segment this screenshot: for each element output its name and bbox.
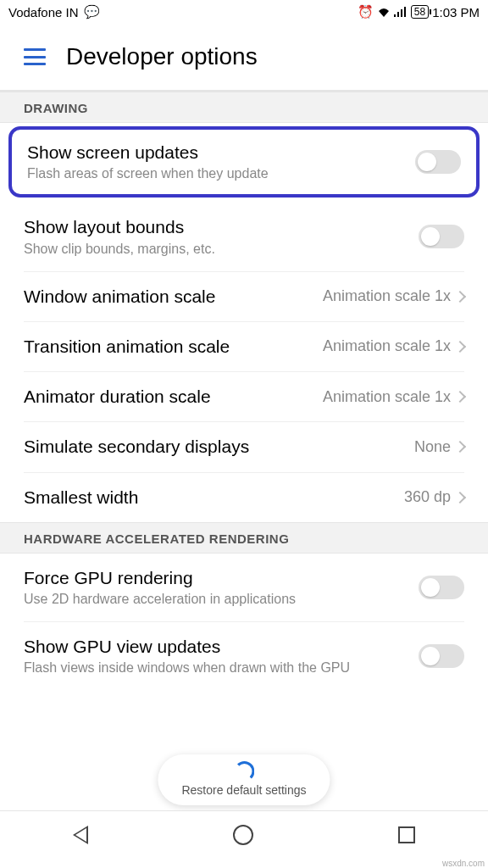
setting-value: Animation scale 1x: [323, 388, 451, 406]
page-title: Developer options: [66, 43, 258, 70]
alarm-icon: ⏰: [358, 4, 374, 19]
setting-title: Show screen updates: [27, 142, 415, 164]
setting-title: Window animation scale: [24, 286, 323, 308]
status-left: Vodafone IN 💬: [8, 4, 100, 19]
toggle-show-screen-updates[interactable]: [415, 150, 461, 174]
setting-force-gpu-rendering[interactable]: Force GPU rendering Use 2D hardware acce…: [0, 554, 488, 621]
setting-subtitle: Use 2D hardware acceleration in applicat…: [24, 591, 419, 608]
toggle-gpu-view-updates[interactable]: [419, 644, 464, 668]
setting-title: Show GPU view updates: [24, 636, 419, 658]
setting-value: Animation scale 1x: [323, 337, 451, 355]
chevron-right-icon: [454, 441, 466, 453]
restore-label: Restore default settings: [181, 783, 306, 797]
setting-value: Animation scale 1x: [323, 287, 451, 305]
svg-rect-0: [394, 14, 396, 17]
setting-value: 360 dp: [404, 488, 451, 506]
setting-value: None: [414, 438, 451, 456]
status-bar: Vodafone IN 💬 ⏰ 58 1:03 PM: [0, 0, 488, 24]
setting-title: Force GPU rendering: [24, 567, 419, 589]
battery-icon: 58: [411, 5, 429, 19]
menu-icon[interactable]: [24, 48, 46, 65]
message-icon: 💬: [84, 4, 100, 19]
highlighted-setting: Show screen updates Flash areas of scree…: [8, 126, 480, 198]
watermark: wsxdn.com: [442, 859, 485, 868]
nav-home-button[interactable]: [233, 825, 253, 845]
svg-rect-3: [404, 7, 406, 17]
svg-rect-1: [397, 12, 399, 17]
chevron-right-icon: [454, 291, 466, 303]
setting-show-gpu-view-updates[interactable]: Show GPU view updates Flash views inside…: [0, 622, 488, 690]
setting-smallest-width[interactable]: Smallest width 360 dp: [0, 473, 488, 522]
chevron-right-icon: [454, 391, 466, 403]
setting-title: Show layout bounds: [24, 216, 419, 238]
setting-transition-animation-scale[interactable]: Transition animation scale Animation sca…: [0, 322, 488, 371]
section-header-hw-render: HARDWARE ACCELERATED RENDERING: [0, 522, 488, 554]
toggle-show-layout-bounds[interactable]: [419, 225, 464, 248]
time-label: 1:03 PM: [432, 5, 480, 19]
signal-icon: [394, 5, 408, 19]
wifi-icon: [377, 5, 391, 19]
setting-show-screen-updates[interactable]: Show screen updates Flash areas of scree…: [12, 130, 476, 194]
settings-list-hw: Force GPU rendering Use 2D hardware acce…: [0, 554, 488, 691]
nav-recent-button[interactable]: [398, 826, 415, 843]
setting-animator-duration-scale[interactable]: Animator duration scale Animation scale …: [0, 372, 488, 421]
restore-default-settings-button[interactable]: Restore default settings: [158, 754, 330, 805]
setting-subtitle: Show clip bounds, margins, etc.: [24, 241, 419, 258]
nav-back-button[interactable]: [73, 826, 88, 844]
setting-title: Transition animation scale: [24, 336, 323, 358]
loading-spinner-icon: [234, 761, 254, 782]
status-right: ⏰ 58 1:03 PM: [358, 4, 480, 19]
setting-title: Animator duration scale: [24, 386, 323, 408]
setting-title: Simulate secondary displays: [24, 436, 414, 458]
setting-subtitle: Flash areas of screen when they update: [27, 165, 415, 182]
settings-list-drawing: Show screen updates Flash areas of scree…: [0, 126, 488, 522]
carrier-label: Vodafone IN: [8, 5, 79, 19]
setting-window-animation-scale[interactable]: Window animation scale Animation scale 1…: [0, 272, 488, 321]
toggle-force-gpu[interactable]: [419, 576, 464, 599]
setting-simulate-secondary-displays[interactable]: Simulate secondary displays None: [0, 422, 488, 471]
setting-subtitle: Flash views inside windows when drawn wi…: [24, 659, 419, 676]
navigation-bar: [0, 810, 488, 858]
svg-rect-2: [401, 9, 402, 17]
setting-title: Smallest width: [24, 487, 404, 509]
setting-show-layout-bounds[interactable]: Show layout bounds Show clip bounds, mar…: [0, 203, 488, 270]
chevron-right-icon: [454, 492, 466, 504]
app-bar: Developer options: [0, 24, 488, 92]
chevron-right-icon: [454, 341, 466, 353]
section-header-drawing: DRAWING: [0, 92, 488, 123]
